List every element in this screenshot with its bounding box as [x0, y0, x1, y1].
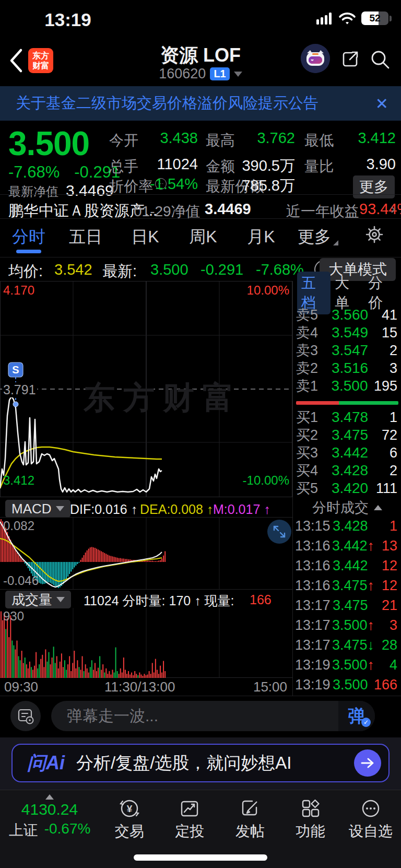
sell-level-row[interactable]: 卖23.5163 [293, 359, 401, 377]
order-panel: 五档大单分价 卖53.56041卖43.54915卖33.5472卖23.516… [292, 281, 401, 696]
svg-text:¥: ¥ [127, 803, 133, 814]
indicator-dropdown[interactable]: MACD [5, 500, 70, 518]
macd-max: 0.082 [3, 519, 34, 533]
arrow-up-icon: ↑ [368, 657, 375, 673]
trade-row: 13:163.44212 [293, 556, 401, 576]
buy-level-row[interactable]: 买23.47572 [293, 426, 401, 444]
macd-dea: DEA:0.008 ↑ [140, 502, 213, 517]
trade-row: 13:193.500166 [293, 675, 401, 695]
arrow-right-icon [360, 755, 375, 771]
tab-周K[interactable]: 周K [177, 226, 229, 249]
macd-chart[interactable]: 0.082 -0.046 [0, 517, 292, 590]
last-value: 3.500 [150, 261, 188, 278]
设自选-icon [359, 796, 383, 820]
trades-header[interactable]: 分时成交 [293, 498, 401, 517]
quote-cell-value: -1.54% [109, 175, 198, 193]
danmaku-input[interactable]: 弹幕走一波... 弹 ✓ [51, 701, 375, 731]
status-icons: 52 [316, 11, 392, 25]
index-pct: -0.67% [44, 820, 91, 840]
prev-close-label: 3.791 [2, 382, 37, 397]
macd-min: -0.046 [3, 573, 39, 588]
chart-max-price: 4.170 [3, 283, 34, 298]
search-icon[interactable] [369, 48, 392, 71]
avg-label: 均价: [8, 261, 43, 282]
tab-五日[interactable]: 五日 [60, 226, 112, 249]
volume-stats: 11024 分时量: 170 ↑ 现量: [84, 592, 234, 609]
功能-icon [299, 796, 323, 820]
ask-ai-submit-button[interactable] [354, 749, 381, 777]
price-change-row: -7.68% -0.291 [8, 163, 120, 182]
time-mid: 11:30/13:00 [104, 679, 175, 695]
tab-日K[interactable]: 日K [119, 226, 171, 249]
buy-level-row[interactable]: 买53.420111 [293, 479, 401, 497]
quote-cell-value: 3.438 [109, 130, 198, 147]
volume-max: 930 [3, 609, 24, 624]
tab-分时[interactable]: 分时 [3, 226, 55, 249]
time-close: 15:00 [253, 679, 287, 695]
chevron-down-icon [234, 72, 242, 77]
change-percent: -7.68% [8, 163, 60, 182]
tab-月K[interactable]: 月K [235, 226, 287, 249]
fund-nav-value: 3.4469 [205, 201, 251, 218]
last-price: 3.500 [8, 124, 89, 163]
svg-text:S: S [12, 364, 19, 376]
buy-sell-ratio-bar [296, 401, 398, 405]
close-icon[interactable]: ✕ [375, 95, 388, 113]
nav-item-功能[interactable]: 功能 [280, 790, 341, 868]
status-time: 13:19 [37, 9, 99, 30]
chevron-right-icon[interactable]: › [391, 201, 395, 217]
nav-label: 最新净值 [8, 183, 58, 200]
tab-更多[interactable]: 更多 [288, 226, 340, 249]
buy-level-row[interactable]: 买43.4282 [293, 462, 401, 479]
dropdown-icon [56, 597, 65, 602]
danmaku-send-button[interactable]: 弹 ✓ [338, 701, 375, 731]
sell-level-row[interactable]: 卖13.500195 [293, 377, 401, 395]
buy-level-row[interactable]: 买13.4781 [293, 408, 401, 426]
nav-item-设自选[interactable]: 设自选 [340, 790, 401, 868]
input-placeholder: 弹幕走一波... [67, 706, 338, 727]
order-panel-tabs: 五档大单分价 [293, 282, 401, 304]
volume-chart[interactable]: 930 [0, 608, 292, 678]
quote-cell-value: 3.90 [307, 156, 396, 173]
macd-dif: DIF:0.016 ↑ [70, 502, 137, 517]
more-button[interactable]: 更多 [353, 175, 395, 198]
notice-banner[interactable]: 关于基金二级市场交易价格溢价风险提示公告 ✕ [0, 86, 401, 121]
avg-price: 3.542 [54, 261, 92, 278]
sell-level-row[interactable]: 卖53.56041 [293, 306, 401, 324]
ai-assistant-avatar[interactable] [301, 44, 330, 73]
check-icon: ✓ [361, 718, 371, 727]
index-name: 上证 [9, 820, 38, 840]
collapse-icon [45, 794, 54, 800]
watermark: 东方财富 [84, 377, 242, 419]
expand-chart-button[interactable] [267, 520, 291, 544]
trade-row: 13:153.4281 [293, 516, 401, 536]
active-tab-underline [16, 250, 41, 253]
home-indicator [134, 854, 267, 861]
quote-level-badge: L1 [210, 67, 229, 80]
share-icon[interactable] [339, 48, 361, 70]
trade-row: 13:173.475↓28 [293, 635, 401, 655]
volume-header: 成交量 11024 分时量: 170 ↑ 现量: 166 [0, 590, 292, 607]
gear-icon[interactable] [364, 225, 384, 244]
comment-settings-button[interactable] [10, 701, 41, 731]
macd-header: MACD DIF:0.016 ↑ DEA:0.008 ↑ M:0.017 ↑ [0, 499, 292, 518]
ask-ai-logo: 问Ai [27, 750, 65, 776]
volume-dropdown[interactable]: 成交量 [5, 591, 71, 608]
sell-level-row[interactable]: 卖33.5472 [293, 342, 401, 359]
nav-index-item[interactable]: 4130.24 上证 -0.67% [0, 790, 99, 868]
trade-row: 13:163.475↑12 [293, 576, 401, 595]
chart-min-pct: -10.00% [243, 473, 289, 488]
sell-level-row[interactable]: 卖43.54915 [293, 324, 401, 342]
intraday-chart[interactable]: S 东方财富 4.170 10.00% 3.412 -10.00% 3.791 [0, 281, 292, 497]
nav-row: 最新净值 3.4469 [8, 182, 114, 200]
signal-icon [316, 11, 333, 25]
ask-ai-bar[interactable]: 问Ai 分析/复盘/选股，就问妙想AI [11, 744, 390, 782]
period-tabbar: 分时五日日K周K月K更多 [0, 219, 401, 257]
dropdown-icon [56, 506, 64, 511]
time-axis: 09:30 11:30/13:00 15:00 [0, 679, 292, 694]
trade-row: 13:193.500↑4 [293, 655, 401, 675]
stock-code: 160620 [159, 66, 206, 82]
battery-icon: 52 [361, 11, 392, 25]
macd-m: M:0.017 ↑ [213, 502, 270, 517]
buy-level-row[interactable]: 买33.4426 [293, 444, 401, 462]
